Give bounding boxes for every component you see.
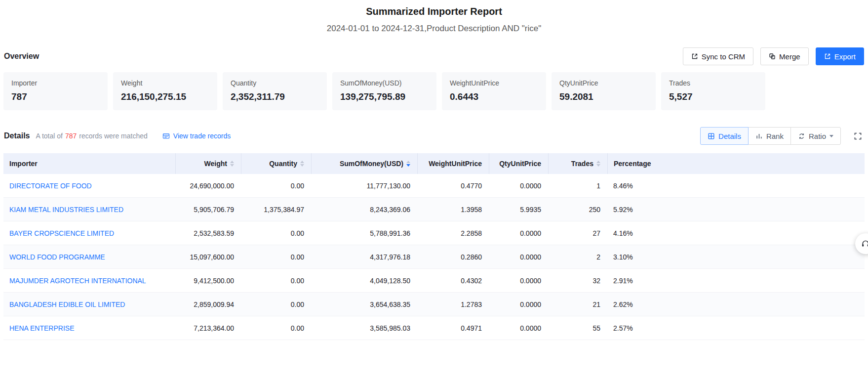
table-row: DIRECTORATE OF FOOD 24,690,000.00 0.00 1…	[3, 174, 865, 198]
cell-trades: 32	[548, 269, 607, 292]
export-label: Export	[834, 52, 856, 61]
cell-trades: 21	[548, 293, 607, 316]
cell-percentage: 4.16%	[607, 221, 865, 245]
stat-value: 59.2081	[559, 91, 648, 102]
merge-label: Merge	[779, 52, 800, 61]
column-header[interactable]: Quantity	[241, 153, 311, 174]
cell-qty-unit-price: 0.0000	[489, 174, 548, 197]
sort-icon[interactable]	[406, 161, 410, 167]
cell-trades: 1	[548, 174, 607, 197]
column-header: WeightUnitPrice	[417, 153, 489, 174]
cell-quantity: 0.00	[241, 245, 311, 268]
cell-trades: 55	[548, 316, 607, 340]
column-header[interactable]: SumOfMoney(USD)	[311, 153, 417, 174]
overview-bar: Overview Sync to CRM Merge Export	[4, 47, 864, 65]
importer-link[interactable]: MAJUMDER AGROTECH INTERNATIONAL	[9, 277, 146, 285]
cell-weight-unit-price: 0.4971	[417, 316, 489, 340]
tab-ratio[interactable]: Ratio	[790, 127, 841, 145]
tab-rank[interactable]: Rank	[748, 127, 791, 145]
sort-icon[interactable]	[300, 161, 304, 167]
cell-importer: MAJUMDER AGROTECH INTERNATIONAL	[3, 269, 175, 292]
sort-icon[interactable]	[230, 161, 234, 167]
table-row: BANGLADESH EDIBLE OIL LIMITED 2,859,009.…	[3, 293, 865, 316]
column-header-label: QtyUnitPrice	[499, 160, 541, 168]
column-header: QtyUnitPrice	[489, 153, 548, 174]
cell-percentage: 5.92%	[607, 198, 865, 221]
sync-to-crm-button[interactable]: Sync to CRM	[683, 47, 753, 65]
view-trade-records-label: View trade records	[173, 132, 231, 140]
page-subtitle: 2024-01-01 to 2024-12-31,Product Descrip…	[0, 24, 868, 34]
column-header-label: Percentage	[614, 160, 651, 168]
data-table: Importer Weight Quantity SumOfMoney(USD)…	[3, 153, 865, 340]
view-trade-records-link[interactable]: View trade records	[162, 132, 231, 140]
stat-card: Weight 216,150,275.15	[113, 72, 217, 110]
column-header[interactable]: Weight	[175, 153, 241, 174]
merge-icon	[769, 53, 776, 60]
cell-quantity: 0.00	[241, 316, 311, 340]
importer-link[interactable]: BANGLADESH EDIBLE OIL LIMITED	[9, 301, 125, 308]
export-button[interactable]: Export	[816, 47, 864, 65]
headset-icon	[861, 239, 868, 248]
stat-label: QtyUnitPrice	[559, 79, 648, 87]
cell-quantity: 1,375,384.97	[241, 198, 311, 221]
stat-label: Trades	[669, 79, 757, 87]
importer-link[interactable]: BAYER CROPSCIENCE LIMITED	[9, 229, 114, 237]
stat-card: SumOfMoney(USD) 139,275,795.89	[332, 72, 436, 110]
column-header[interactable]: Trades	[548, 153, 607, 174]
cell-weight: 24,690,000.00	[175, 174, 241, 197]
details-bar: Details A total of 787 records were matc…	[4, 127, 864, 145]
table-row: WORLD FOOD PROGRAMME 15,097,600.00 0.00 …	[3, 245, 865, 269]
matched-suffix: records were matched	[79, 132, 148, 140]
stat-value: 2,352,311.79	[231, 91, 319, 102]
stat-value: 787	[11, 91, 100, 102]
stat-card: QtyUnitPrice 59.2081	[552, 72, 656, 110]
cell-percentage: 2.62%	[607, 293, 865, 316]
details-title: Details	[4, 131, 30, 140]
cell-weight: 7,213,364.00	[175, 316, 241, 340]
stat-label: Weight	[121, 79, 209, 87]
cell-sum-of-money: 11,777,130.00	[311, 174, 417, 197]
importer-link[interactable]: KIAM METAL INDUSTRIES LIMITED	[9, 206, 123, 214]
matched-records-text: A total of 787 records were matched	[36, 132, 147, 140]
importer-link[interactable]: WORLD FOOD PROGRAMME	[9, 253, 105, 261]
column-header-label: SumOfMoney(USD)	[340, 160, 403, 168]
grid-icon	[708, 132, 715, 140]
fullscreen-icon	[854, 132, 862, 140]
page-title: Summarized Importer Report	[0, 0, 868, 17]
stat-label: SumOfMoney(USD)	[340, 79, 429, 87]
cell-importer: BAYER CROPSCIENCE LIMITED	[3, 221, 175, 245]
tab-rank-label: Rank	[766, 132, 784, 140]
cell-weight-unit-price: 0.4770	[417, 174, 489, 197]
importer-link[interactable]: DIRECTORATE OF FOOD	[9, 182, 92, 190]
cell-importer: DIRECTORATE OF FOOD	[3, 174, 175, 197]
table-row: BAYER CROPSCIENCE LIMITED 2,532,583.59 0…	[3, 221, 865, 245]
fullscreen-button[interactable]	[852, 130, 864, 142]
cell-importer: BANGLADESH EDIBLE OIL LIMITED	[3, 293, 175, 316]
cell-qty-unit-price: 0.0000	[489, 316, 548, 340]
cell-importer: HENA ENTERPRISE	[3, 316, 175, 340]
column-header-label: Weight	[204, 160, 227, 168]
stat-label: Quantity	[231, 79, 319, 87]
matched-count: 787	[65, 132, 77, 140]
table-row: KIAM METAL INDUSTRIES LIMITED 5,905,706.…	[3, 198, 865, 221]
cell-qty-unit-price: 0.0000	[489, 269, 548, 292]
cell-weight: 5,905,706.79	[175, 198, 241, 221]
stat-value: 0.6443	[450, 91, 538, 102]
cell-weight-unit-price: 1.3958	[417, 198, 489, 221]
cell-weight: 15,097,600.00	[175, 245, 241, 268]
tab-details[interactable]: Details	[700, 127, 749, 145]
cell-sum-of-money: 8,243,369.06	[311, 198, 417, 221]
column-header: Percentage	[607, 153, 865, 174]
cell-importer: WORLD FOOD PROGRAMME	[3, 245, 175, 268]
cell-trades: 27	[548, 221, 607, 245]
importer-link[interactable]: HENA ENTERPRISE	[9, 324, 74, 332]
stat-value: 216,150,275.15	[121, 91, 209, 102]
sort-icon[interactable]	[596, 161, 600, 167]
trade-records-icon	[162, 132, 170, 139]
cell-sum-of-money: 5,788,991.36	[311, 221, 417, 245]
column-header: Importer	[3, 153, 175, 174]
column-header-label: Trades	[571, 160, 593, 168]
cell-weight-unit-price: 0.2860	[417, 245, 489, 268]
merge-button[interactable]: Merge	[760, 47, 809, 65]
sync-icon	[691, 53, 698, 60]
